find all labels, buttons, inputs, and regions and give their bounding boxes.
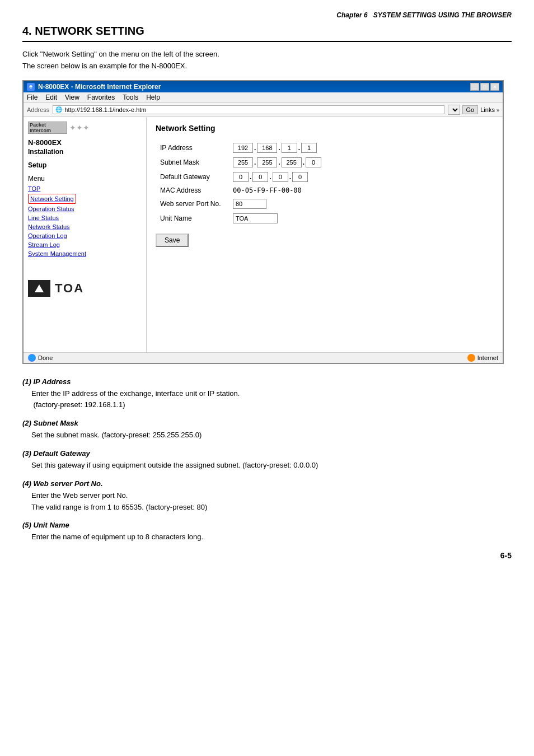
sidebar-item-line-status[interactable]: Line Status xyxy=(28,214,142,222)
subnet-dot-2: . xyxy=(278,158,280,166)
close-button[interactable]: × xyxy=(490,83,499,91)
subnet-dot-3: . xyxy=(303,158,305,166)
sidebar-subtitle2: Setup xyxy=(28,161,142,169)
unit-name-input[interactable] xyxy=(233,213,278,223)
subnet-oct1-input[interactable] xyxy=(233,157,253,167)
sidebar-item-operation-status[interactable]: Operation Status xyxy=(28,205,142,213)
menu-view[interactable]: View xyxy=(65,94,79,101)
status-right: Internet xyxy=(467,354,498,362)
gw-oct3-input[interactable] xyxy=(273,172,288,182)
sidebar-link-system-management[interactable]: System Management xyxy=(28,250,86,257)
web-server-port-input-cell xyxy=(228,197,326,211)
gw-dot-1: . xyxy=(250,173,251,181)
gw-oct4-input[interactable] xyxy=(292,172,308,182)
page-title: 4. NETWORK SETTING xyxy=(22,25,512,42)
sidebar-link-network-status[interactable]: Network Status xyxy=(28,223,70,230)
address-dropdown[interactable] xyxy=(448,105,460,115)
chapter-header: Chapter 6 SYSTEM SETTINGS USING THE BROW… xyxy=(22,11,512,19)
sidebar-item-stream-log[interactable]: Stream Log xyxy=(28,241,142,249)
toa-brand-text: TOA xyxy=(55,281,84,296)
desc-subnet-mask: (2) Subnet Mask Set the subnet mask. (fa… xyxy=(22,419,512,441)
sidebar-menu-label: Menu xyxy=(28,175,142,183)
default-gateway-label: Default Gateway xyxy=(156,170,228,184)
logo-decoration: ✦✦✦ xyxy=(69,123,90,132)
sidebar-link-operation-status[interactable]: Operation Status xyxy=(28,206,74,212)
subnet-oct4-input[interactable] xyxy=(306,157,321,167)
sidebar-item-top[interactable]: TOP xyxy=(28,185,142,193)
network-setting-title: Network Setting xyxy=(156,124,494,133)
sidebar: Packet Intercom ✦✦✦ N-8000EX Installatio… xyxy=(24,117,147,352)
desc-subnet-text: Set the subnet mask. (factory-preset: 25… xyxy=(22,430,512,441)
desc-default-gateway: (3) Default Gateway Set this gateway if … xyxy=(22,449,512,472)
desc-unit-heading: (5) Unit Name xyxy=(22,521,512,529)
desc-port-text: Enter the Web server port No. The valid … xyxy=(22,490,512,514)
titlebar-left: e N-8000EX - Microsoft Internet Explorer xyxy=(27,83,161,91)
status-text: Done xyxy=(38,354,53,361)
mac-address-label: MAC Address xyxy=(156,184,228,197)
gw-oct1-input[interactable] xyxy=(233,172,249,182)
ip-oct3-input[interactable] xyxy=(282,143,297,153)
desc-unit-name: (5) Unit Name Enter the name of equipmen… xyxy=(22,521,512,543)
menu-tools[interactable]: Tools xyxy=(123,94,138,101)
intro-line1: Click "Network Setting" on the menu on t… xyxy=(22,49,512,60)
go-button[interactable]: Go xyxy=(462,105,479,114)
address-go-area: Go Links » xyxy=(448,105,499,115)
chapter-title: SYSTEM SETTINGS USING THE BROWSER xyxy=(373,11,512,19)
menu-edit[interactable]: Edit xyxy=(45,94,57,101)
toa-triangle-icon xyxy=(35,284,44,292)
sidebar-item-system-management[interactable]: System Management xyxy=(28,250,142,258)
gw-oct2-input[interactable] xyxy=(252,172,268,182)
links-label: Links » xyxy=(480,106,499,113)
packet-intercom-logo: Packet Intercom xyxy=(28,122,67,134)
descriptions: (1) IP Address Enter the IP address of t… xyxy=(22,377,512,544)
address-url[interactable]: http://192.168.1.1/index-e.htm xyxy=(64,106,441,113)
page-icon: 🌐 xyxy=(55,106,62,113)
unit-name-label: Unit Name xyxy=(156,211,228,226)
unit-name-row: Unit Name xyxy=(156,211,326,226)
intro-text: Click "Network Setting" on the menu on t… xyxy=(22,49,512,72)
subnet-dot-1: . xyxy=(254,158,256,166)
address-label: Address xyxy=(27,106,49,113)
status-left: 🌐 Done xyxy=(28,354,53,362)
sidebar-item-network-status[interactable]: Network Status xyxy=(28,223,142,231)
ip-address-label: IP Address xyxy=(156,141,228,155)
sidebar-link-top[interactable]: TOP xyxy=(28,185,40,192)
save-button[interactable]: Save xyxy=(156,234,189,247)
browser-titlebar: e N-8000EX - Microsoft Internet Explorer… xyxy=(24,81,503,92)
page-number: 6-5 xyxy=(22,551,512,560)
desc-subnet-heading: (2) Subnet Mask xyxy=(22,419,512,427)
browser-content: Packet Intercom ✦✦✦ N-8000EX Installatio… xyxy=(24,117,503,352)
web-server-port-input[interactable] xyxy=(233,199,266,209)
subnet-oct3-input[interactable] xyxy=(282,157,302,167)
menu-favorites[interactable]: Favorites xyxy=(87,94,115,101)
internet-icon xyxy=(467,354,475,362)
default-gateway-inputs: . . . xyxy=(228,170,326,184)
sidebar-link-operation-log[interactable]: Operation Log xyxy=(28,232,67,239)
address-input-container: 🌐 http://192.168.1.1/index-e.htm xyxy=(53,105,444,114)
minimize-button[interactable]: _ xyxy=(470,83,479,91)
menu-help[interactable]: Help xyxy=(146,94,160,101)
ip-oct2-input[interactable] xyxy=(257,143,277,153)
ip-address-row: IP Address . . . xyxy=(156,141,326,155)
browser-controls[interactable]: _ □ × xyxy=(470,83,499,91)
sidebar-links: TOP Network Setting Operation Status Lin… xyxy=(28,185,142,258)
sidebar-item-operation-log[interactable]: Operation Log xyxy=(28,232,142,240)
sidebar-subtitle1: Installation xyxy=(28,148,142,156)
restore-button[interactable]: □ xyxy=(480,83,489,91)
sidebar-link-line-status[interactable]: Line Status xyxy=(28,214,59,221)
links-chevron-icon: » xyxy=(496,108,499,113)
gw-dot-3: . xyxy=(289,173,291,181)
ip-address-field: . . . xyxy=(233,143,321,153)
ip-oct4-input[interactable] xyxy=(301,143,317,153)
menu-file[interactable]: File xyxy=(27,94,38,101)
sidebar-item-network-setting[interactable]: Network Setting xyxy=(28,194,76,204)
ip-oct1-input[interactable] xyxy=(233,143,253,153)
sidebar-device-name: N-8000EX xyxy=(28,138,142,147)
intro-line2: The screen below is an example for the N… xyxy=(22,60,512,72)
subnet-oct2-input[interactable] xyxy=(257,157,277,167)
sidebar-logo: Packet Intercom ✦✦✦ xyxy=(28,122,142,134)
sidebar-link-stream-log[interactable]: Stream Log xyxy=(28,241,60,248)
browser-addressbar: Address 🌐 http://192.168.1.1/index-e.htm… xyxy=(24,103,503,117)
subnet-mask-row: Subnet Mask . . . xyxy=(156,155,326,170)
sidebar-link-network-setting[interactable]: Network Setting xyxy=(30,195,74,202)
